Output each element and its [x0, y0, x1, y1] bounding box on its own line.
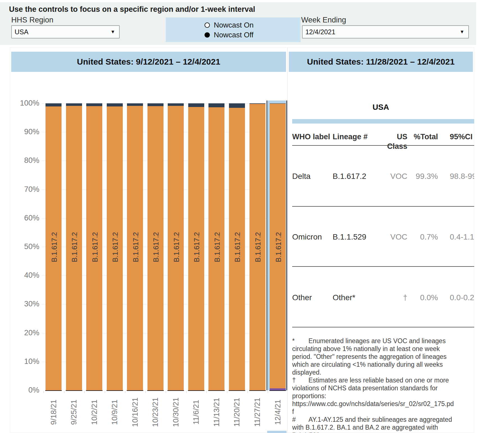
- week-ending-select[interactable]: 12/4/2021 ▼: [302, 25, 469, 38]
- variant-proportions-dashboard: Use the controls to focus on a specific …: [0, 0, 504, 433]
- cell-us-class: †: [376, 293, 407, 303]
- cell-who-label: Delta: [292, 171, 332, 181]
- cell-pct-total: 99.3%: [410, 171, 438, 181]
- hhs-region-select[interactable]: USA ▼: [11, 25, 120, 38]
- bar-segment-Other-12/4/21[interactable]: [270, 103, 286, 104]
- row-separator: [292, 206, 474, 207]
- footnote: †Estimates are less reliable based on on…: [292, 376, 455, 416]
- cell-95ci: 98.8-99.6%: [450, 171, 474, 181]
- bar-segment-Other-11/6/21[interactable]: [188, 103, 204, 107]
- region-title: USA: [287, 103, 474, 112]
- bar-segment-B.1.1.529-12/4/21[interactable]: [270, 388, 286, 390]
- table-accent-band: [292, 119, 474, 124]
- bar-segment-B.1.617.2-10/9/21[interactable]: [107, 106, 123, 390]
- cell-us-class: VOC: [376, 232, 407, 242]
- cell-lineage: B.1.1.529: [333, 232, 375, 242]
- footnote: #AY.1-AY.125 and their sublineages are a…: [292, 416, 455, 433]
- bar-segment-Other-10/23/21[interactable]: [147, 103, 164, 106]
- bar-segment-B.1.617.2-10/16/21[interactable]: [127, 106, 143, 390]
- bar-segment-B.1.617.2-10/2/21[interactable]: [86, 106, 102, 390]
- cell-us-class: VOC: [376, 171, 407, 181]
- bar-segment-B.1.617.2-10/23/21[interactable]: [147, 106, 164, 390]
- col-header-who-label: WHO label: [292, 132, 332, 142]
- nowcast-off-radio[interactable]: Nowcast Off: [205, 31, 253, 39]
- week-ending-label: Week Ending: [301, 16, 346, 24]
- footnote-marker: #: [292, 416, 308, 423]
- chevron-down-icon: ▼: [110, 29, 115, 35]
- bar-segment-B.1.617.2-11/27/21[interactable]: [249, 104, 265, 390]
- week-ending-value: 12/4/2021: [305, 28, 335, 36]
- radio-button-icon[interactable]: [205, 22, 210, 28]
- bar-segment-Other-9/25/21[interactable]: [66, 103, 82, 106]
- bar-segment-Other-11/27/21[interactable]: [249, 103, 265, 104]
- cell-who-label: Omicron: [292, 232, 332, 242]
- chevron-down-icon: ▼: [460, 29, 464, 35]
- row-separator: [292, 327, 474, 327]
- bar-segment-B.1.617.2-11/13/21[interactable]: [208, 107, 224, 390]
- bar-segment-Other-10/2/21[interactable]: [86, 103, 102, 106]
- bar-segment-B.1.617.2-11/6/21[interactable]: [188, 107, 204, 390]
- nowcast-on-label: Nowcast On: [214, 21, 254, 29]
- footnote-marker: *: [292, 337, 308, 345]
- bar-segment-B.1.617.2-9/25/21[interactable]: [66, 106, 82, 390]
- bar-segment-Other-11/13/21[interactable]: [208, 103, 224, 107]
- nowcast-off-label: Nowcast Off: [214, 31, 253, 39]
- cell-95ci: 0.0-0.2%: [450, 293, 474, 303]
- hhs-region-label: HHS Region: [11, 16, 53, 24]
- col-header-pct-total: %Total: [410, 132, 438, 142]
- cell-lineage: B.1.617.2: [333, 171, 375, 181]
- instruction-text: Use the controls to focus on a specific …: [9, 5, 255, 14]
- bar-segment-Other-11/20/21[interactable]: [229, 103, 245, 108]
- bar-segment-B.1.617.2-9/18/21[interactable]: [46, 106, 62, 390]
- footnote: *Enumerated lineages are US VOC and line…: [292, 337, 455, 376]
- cell-pct-total: 0.7%: [410, 232, 438, 242]
- bar-segment-Other-10/30/21[interactable]: [168, 103, 184, 106]
- nowcast-toggle-panel: Nowcast On Nowcast Off: [166, 17, 301, 42]
- radio-button-icon[interactable]: [205, 32, 210, 38]
- bar-segment-B.1.617.2-10/30/21[interactable]: [168, 106, 184, 390]
- bar-segment-B.1.617.2-12/4/21[interactable]: [270, 104, 286, 388]
- bar-segment-Other-10/16/21[interactable]: [127, 103, 143, 106]
- row-separator: [292, 266, 474, 267]
- bar-segment-Other-9/18/21[interactable]: [46, 103, 62, 106]
- col-header-lineage: Lineage #: [333, 132, 375, 142]
- col-header-95ci: 95%CI: [450, 132, 474, 142]
- footnote-marker: †: [292, 376, 308, 384]
- header-rule: [292, 145, 474, 146]
- cell-pct-total: 0.0%: [410, 293, 438, 303]
- footnotes: *Enumerated lineages are US VOC and line…: [292, 337, 455, 433]
- nowcast-on-radio[interactable]: Nowcast On: [205, 21, 254, 29]
- col-header-us-class: US Class: [376, 132, 407, 142]
- summary-title-bar: United States: 11/28/2021 – 12/4/2021: [289, 52, 473, 72]
- chart-title-bar: United States: 9/12/2021 – 12/4/2021: [11, 52, 286, 72]
- bar-segment-B.1.617.2-11/20/21[interactable]: [229, 108, 245, 390]
- cell-lineage: Other*: [333, 293, 375, 303]
- bar-segment-Other-10/9/21[interactable]: [107, 103, 123, 106]
- cell-95ci: 0.4-1.1%: [450, 232, 474, 242]
- hhs-region-value: USA: [15, 28, 28, 36]
- cell-who-label: Other: [292, 293, 332, 303]
